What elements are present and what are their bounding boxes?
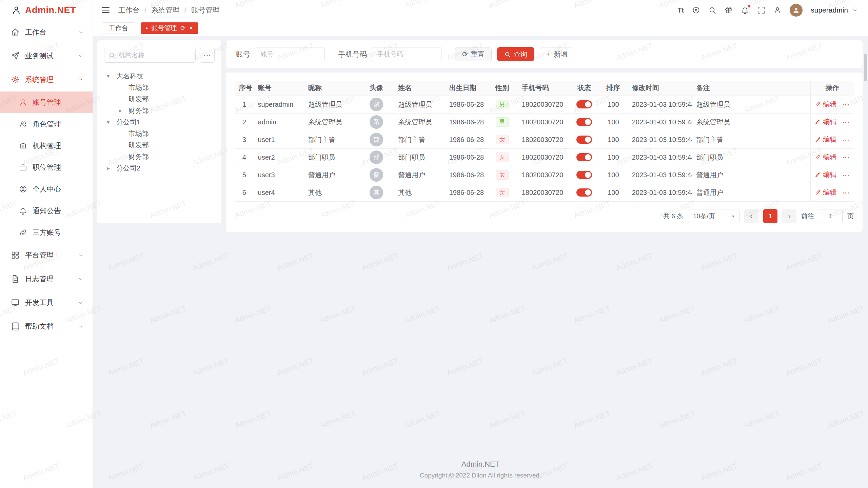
account-input[interactable] [255,47,325,61]
row-more-button[interactable]: ⋯ [842,153,850,162]
row-more-button[interactable]: ⋯ [842,118,850,126]
scrollbar-thumb[interactable] [864,54,867,81]
page-size-select[interactable]: 10条/页 ▾ [688,209,739,223]
status-toggle[interactable] [576,171,592,179]
row-more-button[interactable]: ⋯ [842,100,850,109]
cell-actions: 编辑⋯ [811,113,854,131]
add-button[interactable]: + 新增 [540,47,575,61]
cell-nickname: 超级管理员 [304,96,359,113]
status-toggle[interactable] [576,118,592,126]
logo[interactable]: Admin.NET [0,0,93,20]
table-panel: 序号账号昵称头像姓名出生日期性别手机号码状态排序修改时间备注操作 1supera… [226,73,863,232]
logo-text: Admin.NET [25,5,76,16]
tree-node[interactable]: 市场部 [104,128,215,139]
breadcrumb-item[interactable]: 账号管理 [191,5,220,15]
sidebar-item-third-party-account[interactable]: 三方账号 [0,222,93,243]
cell-phone: 18020030720 [518,113,570,131]
cell-gender: 男 [487,96,518,113]
notification-bell-icon[interactable] [741,6,749,14]
tree-expand-icon[interactable]: ▸ [107,165,116,172]
user-menu-caret-icon[interactable] [852,7,858,13]
tree-more-button[interactable]: ⋯ [200,48,215,63]
sidebar-item-workbench[interactable]: 工作台 [0,20,93,44]
sidebar-item-role-management[interactable]: 角色管理 [0,113,93,135]
sidebar-item-help-docs[interactable]: 帮助文档 [0,314,93,338]
tree-node[interactable]: ▸财务部 [104,105,215,116]
tree-node[interactable]: ▾分公司1 [104,116,215,128]
tree-node[interactable]: ▾大名科技 [104,70,215,82]
sidebar-item-dev-tools[interactable]: 开发工具 [0,291,93,314]
goto-page-input[interactable] [819,209,843,223]
breadcrumb-item[interactable]: 工作台 [118,5,140,15]
edit-button[interactable]: 编辑 [815,152,836,162]
status-toggle[interactable] [576,188,592,197]
cell-birth-date: 1986-06-28 [445,96,487,113]
row-more-button[interactable]: ⋯ [842,171,850,179]
tree-node[interactable]: 财务部 [104,151,215,162]
sidebar-item-label: 工作台 [25,27,46,37]
sidebar-item-account-management[interactable]: 账号管理 [0,92,93,113]
chevron-down-icon [78,276,84,282]
chevron-down-icon [78,252,84,258]
sidebar-item-notice-announcement[interactable]: 通知公告 [0,200,93,222]
status-toggle[interactable] [576,153,592,161]
next-page-button[interactable]: › [782,209,796,223]
tab-workbench[interactable]: 工作台 [102,22,135,34]
table-row: 3user1部门主管部部门主管1986-06-28女18020030720100… [235,131,854,148]
sidebar-item-org-management[interactable]: 机构管理 [0,135,93,157]
user-avatar[interactable] [790,4,803,17]
tree-expand-icon[interactable]: ▸ [119,107,129,114]
status-toggle[interactable] [576,100,592,108]
sidebar-item-personal-center[interactable]: 个人中心 [0,178,93,200]
tab-close-icon[interactable]: ✕ [189,25,193,30]
tree-expand-icon[interactable]: ▾ [107,119,116,126]
user-outline-icon[interactable] [773,6,782,14]
fullscreen-icon[interactable] [757,6,765,14]
gender-badge: 女 [496,188,509,197]
status-toggle[interactable] [576,136,592,144]
breadcrumb-item[interactable]: 系统管理 [151,5,180,15]
tree-node[interactable]: 研发部 [104,139,215,151]
tree-node[interactable]: ▸分公司2 [104,162,215,174]
row-more-button[interactable]: ⋯ [842,136,850,144]
sidebar-item-label: 平台管理 [25,250,54,260]
search-button[interactable]: 查询 [497,47,534,61]
edit-button[interactable]: 编辑 [815,188,836,197]
sidebar-item-label: 日志管理 [25,274,54,284]
account-label: 账号 [236,49,250,59]
edit-button[interactable]: 编辑 [815,170,836,179]
font-size-icon[interactable]: Tt [677,6,684,14]
cell-order: 100 [599,113,628,131]
tree-expand-icon[interactable]: ▾ [107,73,116,80]
tab-account-management[interactable]: ● 账号管理 ⟳ ✕ [141,22,198,34]
tree-node[interactable]: 研发部 [104,93,215,105]
prev-page-button[interactable]: ‹ [744,209,758,223]
tree-node[interactable]: 市场部 [104,82,215,93]
edit-button[interactable]: 编辑 [815,135,836,144]
cell-account: user2 [254,148,304,166]
menu-collapse-icon[interactable] [102,7,110,13]
reset-button[interactable]: ⟳ 重置 [455,47,492,61]
cell-status [570,148,599,166]
org-search-input[interactable] [104,48,196,63]
gender-badge: 男 [496,117,509,127]
row-more-button[interactable]: ⋯ [842,188,850,197]
cell-phone: 18020030720 [518,166,570,184]
edit-button[interactable]: 编辑 [815,117,836,126]
sidebar-item-business-test[interactable]: 业务测试 [0,44,93,68]
tab-refresh-icon[interactable]: ⟳ [180,25,185,31]
username[interactable]: superadmin [811,6,848,14]
phone-input[interactable] [372,47,441,61]
page-1-button[interactable]: 1 [763,209,777,223]
edit-button[interactable]: 编辑 [815,100,836,109]
sidebar-item-log-management[interactable]: 日志管理 [0,267,93,291]
sidebar-item-system-management[interactable]: 系统管理 [0,68,93,92]
search-icon[interactable] [708,6,716,14]
topbar-actions: Tt superadmin [677,4,858,17]
cell-avatar: 部 [359,131,394,148]
sidebar-item-platform-management[interactable]: 平台管理 [0,243,93,267]
sidebar-item-position-management[interactable]: 职位管理 [0,157,93,178]
gift-icon[interactable] [725,6,733,14]
chevron-down-icon: ▾ [732,214,734,219]
circle-dot-icon[interactable] [692,6,700,14]
